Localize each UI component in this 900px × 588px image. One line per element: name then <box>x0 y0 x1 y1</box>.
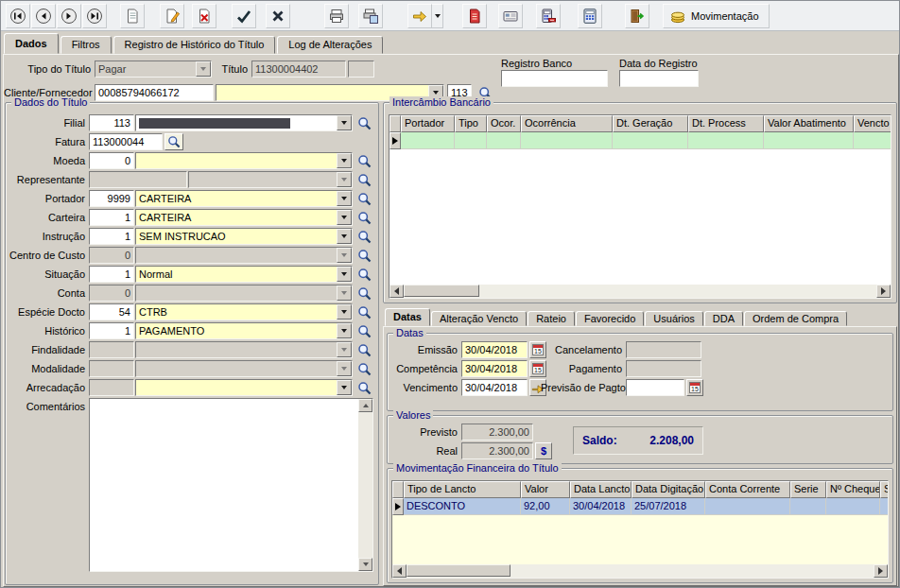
titulo-sequence-field[interactable] <box>348 61 374 78</box>
cancelamento-field[interactable] <box>626 341 701 358</box>
historico-combo[interactable]: PAGAMENTO <box>135 322 353 339</box>
centro-custo-code-field[interactable]: 0 <box>89 247 134 264</box>
carteira-combo[interactable]: CARTEIRA <box>135 209 353 226</box>
scrollbar-thumb[interactable] <box>404 285 479 297</box>
last-record-button[interactable] <box>82 4 107 28</box>
tab-datas[interactable]: Datas <box>385 308 430 326</box>
scroll-left-button[interactable] <box>389 285 404 298</box>
real-field[interactable]: 2.300,00 <box>461 442 533 459</box>
send-dropdown-button[interactable] <box>432 4 443 28</box>
tab-ordem-compra[interactable]: Ordem de Compra <box>744 311 847 326</box>
dropdown-arrow-icon[interactable] <box>337 191 352 206</box>
finalidade-code-field[interactable] <box>89 341 134 358</box>
tab-dados[interactable]: Dados <box>4 33 59 54</box>
portador-code-field[interactable]: 9999 <box>89 190 134 207</box>
dropdown-arrow-icon[interactable] <box>337 323 352 338</box>
scroll-right-button[interactable] <box>876 285 891 298</box>
tab-favorecido[interactable]: Favorecido <box>576 311 644 326</box>
scroll-right-button[interactable] <box>874 564 888 578</box>
vencimento-field[interactable]: 30/04/2018 <box>461 379 528 396</box>
cancel-button[interactable] <box>266 4 290 28</box>
dropdown-arrow-icon[interactable] <box>337 304 352 320</box>
tab-usuarios[interactable]: Usuários <box>645 311 702 326</box>
registro-banco-field[interactable] <box>501 70 608 87</box>
next-record-button[interactable] <box>57 4 81 28</box>
conta-combo[interactable] <box>135 285 353 302</box>
especie-code-field[interactable]: 54 <box>89 303 134 320</box>
filial-search-button[interactable] <box>355 114 373 131</box>
card-button[interactable] <box>498 4 523 28</box>
carteira-search-button[interactable] <box>355 209 373 226</box>
situacao-code-field[interactable]: 1 <box>89 266 134 283</box>
prior-record-button[interactable] <box>31 4 56 28</box>
dropdown-arrow-icon[interactable] <box>337 172 352 187</box>
representante-search-button[interactable] <box>355 171 373 188</box>
finalidade-search-button[interactable] <box>355 341 373 358</box>
instrucao-code-field[interactable]: 1 <box>89 228 134 245</box>
dropdown-arrow-icon[interactable] <box>337 115 352 130</box>
conta-search-button[interactable] <box>355 285 373 302</box>
movimentacao-grid-row[interactable]: DESCONTO 92,00 30/04/2018 25/07/2018 <box>392 498 888 515</box>
emissao-field[interactable]: 30/04/2018 <box>461 341 528 358</box>
pdf-button[interactable] <box>462 4 487 28</box>
modalidade-combo[interactable] <box>135 360 353 377</box>
conta-code-field[interactable]: 0 <box>89 285 134 302</box>
confirm-button[interactable] <box>232 4 256 28</box>
carteira-code-field[interactable]: 1 <box>89 209 134 226</box>
modalidade-code-field[interactable] <box>89 360 134 377</box>
calculator-button[interactable] <box>578 4 602 28</box>
filial-code-field[interactable]: 113 <box>89 114 134 131</box>
intercambio-hscrollbar[interactable] <box>389 285 891 298</box>
dropdown-arrow-icon[interactable] <box>196 61 211 77</box>
dropdown-arrow-icon[interactable] <box>337 153 352 168</box>
dropdown-arrow-icon[interactable] <box>337 229 352 244</box>
portador-combo[interactable]: CARTEIRA <box>135 190 353 207</box>
print-preview-button[interactable] <box>358 4 383 28</box>
dropdown-arrow-icon[interactable] <box>337 285 352 301</box>
situacao-combo[interactable]: Normal <box>135 266 353 283</box>
print-button[interactable] <box>324 4 349 28</box>
historico-search-button[interactable] <box>355 322 373 339</box>
comments-vscrollbar[interactable] <box>358 399 372 571</box>
movimentacao-button[interactable]: Movimentação <box>663 4 770 28</box>
scrollbar-track[interactable] <box>407 564 874 578</box>
cliente-fornecedor-code-field[interactable]: 00085794066172 <box>95 84 214 101</box>
exit-button[interactable] <box>625 4 649 28</box>
arrecadacao-combo[interactable] <box>135 379 353 396</box>
send-button[interactable] <box>407 4 432 28</box>
money-button[interactable]: $ <box>535 442 552 459</box>
instrucao-combo[interactable]: SEM INSTRUCAO <box>135 228 353 245</box>
competencia-field[interactable]: 30/04/2018 <box>461 360 528 377</box>
edit-record-button[interactable] <box>160 4 184 28</box>
representante-combo[interactable] <box>188 171 353 188</box>
intercambio-grid-row[interactable] <box>389 132 891 149</box>
delete-record-button[interactable] <box>192 4 216 28</box>
dropdown-arrow-icon[interactable] <box>337 210 352 225</box>
fatura-field[interactable]: 113000044 <box>89 133 163 150</box>
movimentacao-hscrollbar[interactable] <box>392 564 888 578</box>
scroll-left-button[interactable] <box>392 564 407 578</box>
tab-filtros[interactable]: Filtros <box>61 36 112 54</box>
fatura-search-button[interactable] <box>164 133 183 150</box>
situacao-search-button[interactable] <box>355 266 373 283</box>
dropdown-arrow-icon[interactable] <box>337 248 352 263</box>
scroll-up-button[interactable] <box>358 399 372 412</box>
dropdown-arrow-icon[interactable] <box>337 361 352 376</box>
arrecadacao-code-field[interactable] <box>89 379 134 396</box>
modalidade-search-button[interactable] <box>355 360 373 377</box>
calculator-minus-button[interactable] <box>536 4 561 28</box>
moeda-search-button[interactable] <box>355 152 373 169</box>
instrucao-search-button[interactable] <box>355 228 373 245</box>
dropdown-arrow-icon[interactable] <box>337 267 352 282</box>
tab-dda[interactable]: DDA <box>704 311 743 326</box>
first-record-button[interactable] <box>6 4 30 28</box>
portador-search-button[interactable] <box>355 190 373 207</box>
especie-combo[interactable]: CTRB <box>135 303 353 320</box>
data-registro-field[interactable] <box>619 70 699 87</box>
titulo-field[interactable]: 11300004402 <box>251 61 346 78</box>
tab-registro-historico[interactable]: Registro de Histórico do Título <box>113 36 276 54</box>
representante-code-field[interactable] <box>89 171 187 188</box>
moeda-combo[interactable] <box>135 152 353 169</box>
centro-custo-combo[interactable] <box>135 247 353 264</box>
scrollbar-thumb[interactable] <box>407 564 511 577</box>
